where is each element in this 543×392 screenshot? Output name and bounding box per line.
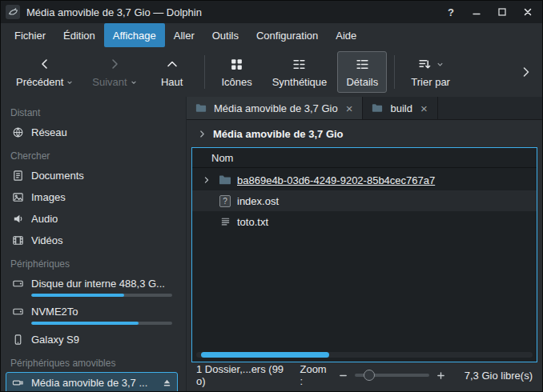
chevron-up-icon [166,58,179,70]
capacity-bar [31,322,172,325]
close-button[interactable] [518,4,537,20]
breadcrumb: Média amovible de 3,7 Gio [187,120,542,147]
sidebar-item-label: Disque dur interne 488,3 G... [31,278,165,290]
capacity-fill [31,294,124,297]
tab-label: Média amovible de 3,7 Gio [214,102,338,114]
zoom-slider-handle[interactable] [364,370,375,381]
compact-view-button[interactable]: Synthétique [263,51,336,93]
compact-view-label: Synthétique [272,76,328,88]
details-view-icon [356,58,369,71]
forward-button[interactable]: Suivant [83,51,145,93]
eject-icon[interactable] [162,378,172,388]
close-tab-icon[interactable]: × [344,102,355,114]
dolphin-window: Média amovible de 3,7 Gio — Dolphin ? Fi… [0,0,543,392]
sort-by-label: Trier par [411,76,450,88]
image-icon [11,191,24,204]
sidebar-item-images[interactable]: Images [6,186,178,208]
file-row-toto-txt[interactable]: toto.txt [192,211,537,232]
sidebar-item-hdd[interactable]: Disque dur interne 488,3 G... [6,273,178,301]
column-header-name[interactable]: Nom [192,148,537,168]
network-icon [11,126,24,139]
sidebar-item-label: Média amovible de 3,7 ... [31,377,147,389]
file-row-folder[interactable]: ba869e4b-03d6-4249-9202-85b4cec767a7 [192,170,537,190]
chevron-left-icon [38,58,51,70]
menu-affichage[interactable]: Affichage [104,23,165,47]
sidebar-item-network[interactable]: Réseau [6,122,178,143]
tab-label: build [390,102,412,114]
sidebar-item-label: Vidéos [31,234,63,246]
icons-view-label: Icônes [221,76,251,88]
caret-down-icon [66,79,73,86]
zoom-label: Zoom : [300,363,331,387]
maximize-button[interactable] [493,4,512,20]
hard-drive-icon [11,306,24,318]
sidebar-item-nvme[interactable]: NVME2To [6,301,178,329]
icons-view-button[interactable]: Icônes [212,51,262,93]
caret-down-icon [436,61,444,68]
up-button[interactable]: Haut [147,51,197,93]
file-name: index.ost [237,195,279,207]
menu-aide[interactable]: Aide [327,23,365,47]
tab-media-amovible[interactable]: Média amovible de 3,7 Gio × [187,97,363,119]
zoom-slider[interactable] [355,374,429,377]
places-panel: Distant Réseau Chercher Documents Images [1,97,187,391]
sidebar-item-removable-media[interactable]: Média amovible de 3,7 ... [6,372,178,391]
tab-build[interactable]: build × [363,97,437,119]
expand-chevron-icon[interactable] [200,176,213,184]
video-icon [11,234,24,247]
audio-icon [11,213,24,226]
sort-icon [418,58,432,71]
status-bar: 1 Dossier,...ers (99 o) Zoom : 7,3 Gio l… [187,362,542,388]
breadcrumb-current[interactable]: Média amovible de 3,7 Gio [213,128,344,140]
document-icon [11,170,24,182]
sidebar-item-label: Audio [31,213,58,225]
zoom-control: Zoom : [300,363,444,387]
dolphin-app-icon [6,5,20,19]
toolbar-separator [394,55,395,89]
smartphone-icon [11,334,24,346]
toolbar-separator [204,55,205,89]
chevron-right-icon [521,66,531,78]
sidebar-item-audio[interactable]: Audio [6,208,178,230]
details-view-button[interactable]: Détails [337,51,387,93]
horizontal-scrollbar[interactable] [196,352,533,358]
sort-by-button[interactable]: Trier par [402,51,459,93]
section-search: Chercher [6,143,178,165]
selection-summary: 1 Dossier,...ers (99 o) [196,363,293,387]
menu-edition[interactable]: Édition [54,23,104,47]
file-row-index-ost[interactable]: ? index.ost [192,190,537,211]
menu-outils[interactable]: Outils [203,23,247,47]
unknown-file-icon: ? [219,194,231,207]
zoom-out-icon[interactable] [339,371,348,380]
back-label: Précédent [16,76,63,88]
hard-drive-icon [11,278,24,290]
file-name: ba869e4b-03d6-4249-9202-85b4cec767a7 [237,174,435,186]
minimize-button[interactable] [467,4,486,20]
capacity-fill [31,322,139,325]
capacity-bar [31,294,172,297]
section-devices: Périphériques [6,251,178,273]
toolbar: Précédent Suivant Haut Icônes Synthétiqu… [1,47,542,97]
folder-icon [195,102,207,114]
file-view: Nom ba869e4b-03d6-4249-9202-85b4cec767a7… [191,147,537,362]
help-button[interactable]: ? [441,4,461,20]
sidebar-item-documents[interactable]: Documents [6,165,178,186]
menu-aller[interactable]: Aller [165,23,203,47]
menu-fichier[interactable]: Fichier [6,23,54,47]
close-tab-icon[interactable]: × [419,102,429,114]
window-title: Média amovible de 3,7 Gio — Dolphin [26,6,202,18]
sidebar-item-galaxy-s9[interactable]: Galaxy S9 [6,329,178,350]
chevron-right-icon[interactable] [198,130,207,138]
sidebar-item-videos[interactable]: Vidéos [6,230,178,251]
toolbar-overflow-button[interactable] [517,66,536,78]
menu-configuration[interactable]: Configuration [247,23,327,47]
scrollbar-thumb[interactable] [201,352,329,358]
window-body: Distant Réseau Chercher Documents Images [1,97,542,391]
zoom-in-icon[interactable] [436,371,445,380]
back-button[interactable]: Précédent [7,51,82,93]
section-remote: Distant [6,100,178,122]
sidebar-item-label: Images [31,191,66,203]
free-space-label: 7,3 Gio libre(s) [465,370,533,382]
up-label: Haut [161,76,183,88]
titlebar[interactable]: Média amovible de 3,7 Gio — Dolphin ? [1,1,542,23]
